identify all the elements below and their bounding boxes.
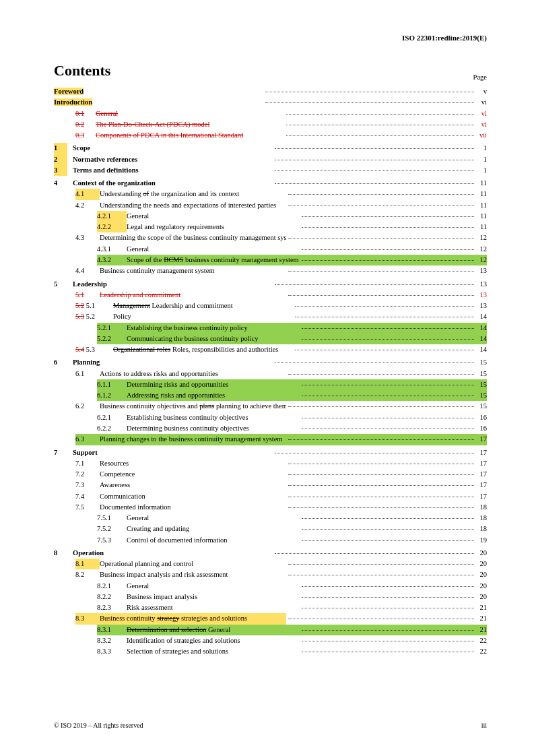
entry-num: 7.5.3 [97, 535, 127, 546]
entry-page: 17 [476, 447, 487, 458]
entry-label: Components of PDCA in this International… [96, 130, 284, 141]
toc-entry-4.4[interactable]: 4.4 Business continuity management syste… [54, 265, 487, 276]
toc-entry-foreword[interactable]: Foreword v [54, 86, 487, 97]
entry-page: 17 [476, 480, 487, 491]
toc-entry-8.3.1[interactable]: 8.3.1 Determination and selection Genera… [54, 625, 487, 635]
toc-entry-6.1.1[interactable]: 6.1.1 Determining risks and opportunitie… [54, 379, 487, 390]
toc-entry-8.2.3[interactable]: 8.2.3 Risk assessment 21 [54, 602, 487, 613]
toc-entry-0.2[interactable]: 0.2 The Plan-Do-Check-Act (PDCA) model v… [54, 119, 487, 130]
entry-page: 18 [476, 513, 487, 524]
entry-dots [288, 564, 475, 565]
toc-entry-7.5.1[interactable]: 7.5.1 General 18 [54, 513, 487, 524]
toc-entry-7.5[interactable]: 7.5 Documented information 18 [54, 502, 487, 513]
entry-dots [288, 206, 475, 206]
toc-entry-8.3.2[interactable]: 8.3.2 Identification of strategies and s… [54, 635, 487, 646]
toc-entry-2[interactable]: 2 Normative references 1 [54, 154, 487, 165]
entry-page: 12 [476, 255, 487, 265]
entry-label: Leadership and commitment [100, 290, 286, 301]
toc-entry-7.4[interactable]: 7.4 Communication 17 [54, 491, 487, 502]
entry-num: 8.2.3 [97, 602, 127, 613]
page-number: iii [481, 722, 487, 729]
entry-num: 4.3.2 [97, 255, 127, 265]
toc-entry-5.2.2[interactable]: 5.2.2 Communicating the business continu… [54, 334, 487, 344]
toc-entry-6.3[interactable]: 6.3 Planning changes to the business con… [54, 434, 487, 445]
entry-num: 4.2.2 [97, 222, 127, 232]
entry-num: 6 [54, 357, 67, 368]
toc-entry-4.2.1[interactable]: 4.2.1 General 11 [54, 211, 487, 222]
entry-dots [288, 507, 475, 508]
entry-dots [295, 306, 475, 307]
toc-entry-8.1[interactable]: 8.1 Operational planning and control 20 [54, 559, 487, 569]
entry-page: 15 [476, 369, 487, 379]
toc-entry-3[interactable]: 3 Terms and definitions 1 [54, 165, 487, 176]
entry-label: Business continuity objectives and plans… [100, 401, 286, 412]
toc-entry-4.1[interactable]: 4.1 Understanding of the organization an… [54, 189, 487, 199]
toc-entry-6.2[interactable]: 6.2 Business continuity objectives and p… [54, 401, 487, 412]
entry-page: 13 [476, 301, 487, 311]
entry-num: 6.2.1 [97, 412, 127, 423]
entry-label: General [127, 513, 300, 524]
toc-entry-1[interactable]: 1 Scope 1 [54, 143, 487, 154]
entry-num: 7.5 [75, 502, 100, 513]
entry-dots [302, 540, 475, 541]
toc-entry-8.3[interactable]: 8.3 Business continuity strategy strateg… [54, 613, 487, 624]
toc-entry-8[interactable]: 8 Operation 20 [54, 548, 487, 559]
entry-num: 7.3 [75, 480, 100, 491]
toc-entry-4.2.2[interactable]: 4.2.2 Legal and regulatory requirements … [54, 222, 487, 232]
toc-entry-0.1[interactable]: 0.1 General vi [54, 108, 487, 119]
toc-entry-8.2.1[interactable]: 8.2.1 General 20 [54, 581, 487, 592]
toc-entry-5.1[interactable]: 5.1 Leadership and commitment 13 [54, 290, 487, 301]
toc-entry-6.2.1[interactable]: 6.2.1 Establishing business continuity o… [54, 412, 487, 423]
toc-entry-7[interactable]: 7 Support 17 [54, 447, 487, 458]
toc-entry-6.1[interactable]: 6.1 Actions to address risks and opportu… [54, 369, 487, 379]
entry-dots [275, 284, 475, 285]
toc-entry-5.3-5.2[interactable]: 5.3 5.2 Policy 14 [54, 311, 487, 322]
toc-entry-7.3[interactable]: 7.3 Awareness 17 [54, 480, 487, 491]
entry-page: 18 [476, 502, 487, 513]
toc-entry-4[interactable]: 4 Context of the organization 11 [54, 178, 487, 189]
entry-num: 8.3.2 [97, 635, 127, 646]
toc-entry-4.3.2[interactable]: 4.3.2 Scope of the BCMS business continu… [54, 255, 487, 265]
entry-dots [302, 641, 475, 641]
entry-dots [295, 317, 475, 317]
toc-entry-4.3[interactable]: 4.3 Determining the scope of the busines… [54, 232, 487, 243]
toc-entry-8.2[interactable]: 8.2 Business impact analysis and risk as… [54, 569, 487, 580]
toc-entry-introduction[interactable]: Introduction vi [54, 97, 487, 108]
toc-entry-7.5.3[interactable]: 7.5.3 Control of documented information … [54, 535, 487, 546]
entry-dots [302, 586, 475, 587]
entry-dots [288, 464, 475, 464]
toc-entry-5[interactable]: 5 Leadership 13 [54, 279, 487, 290]
toc-entry-5.4-5.3[interactable]: 5.4 5.3 Organizational roles Roles, resp… [54, 344, 487, 355]
toc-entry-6[interactable]: 6 Planning 15 [54, 357, 487, 368]
entry-num: 2 [54, 154, 67, 165]
entry-page: 17 [476, 434, 487, 445]
entry-page: 17 [476, 491, 487, 502]
toc-entry-6.1.2[interactable]: 6.1.2 Addressing risks and opportunities… [54, 390, 487, 401]
entry-label: Support [73, 447, 273, 458]
entry-num: 8.3 [75, 613, 100, 624]
toc-entry-6.2.2[interactable]: 6.2.2 Determining business continuity ob… [54, 423, 487, 434]
entry-label: Legal and regulatory requirements [127, 222, 300, 232]
toc-entry-7.2[interactable]: 7.2 Competence 17 [54, 469, 487, 480]
entry-page: 11 [476, 189, 487, 199]
toc-entry-5.2-5.1[interactable]: 5.2 5.1 Management Leadership and commit… [54, 301, 487, 311]
entry-num: 5.4 5.3 [75, 344, 113, 355]
toc-entry-7.1[interactable]: 7.1 Resources 17 [54, 458, 487, 469]
entry-dots [302, 396, 475, 396]
entry-dots [302, 339, 475, 340]
toc-entry-4.2[interactable]: 4.2 Understanding the needs and expectat… [54, 200, 487, 211]
toc-body: Foreword v Introduction vi 0.1 General v… [54, 86, 487, 658]
toc-entry-8.2.2[interactable]: 8.2.2 Business impact analysis 20 [54, 592, 487, 602]
entry-label: Communicating the business continuity po… [127, 334, 300, 344]
entry-page: 11 [476, 178, 487, 189]
toc-entry-4.3.1[interactable]: 4.3.1 General 12 [54, 244, 487, 255]
toc-entry-0.3[interactable]: 0.3 Components of PDCA in this Internati… [54, 130, 487, 141]
toc-entry-8.3.3[interactable]: 8.3.3 Selection of strategies and soluti… [54, 646, 487, 657]
entry-label: Terms and definitions [73, 165, 273, 176]
entry-page: vi [476, 119, 487, 130]
entry-page: 12 [476, 244, 487, 255]
toc-entry-7.5.2[interactable]: 7.5.2 Creating and updating 18 [54, 524, 487, 534]
toc-entry-5.2.1[interactable]: 5.2.1 Establishing the business continui… [54, 323, 487, 334]
entry-num: 8.2 [75, 569, 100, 580]
entry-label: Determining risks and opportunities [127, 379, 300, 390]
